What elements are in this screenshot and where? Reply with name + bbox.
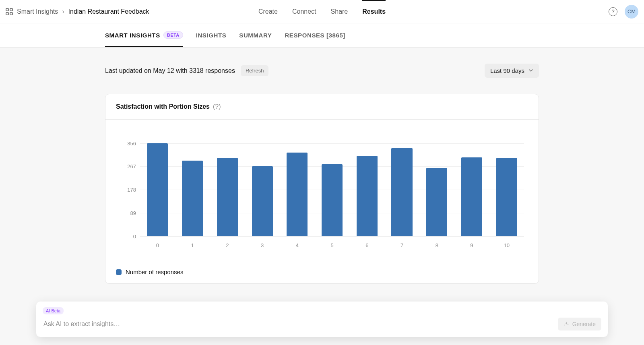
breadcrumb: Smart Insights › Indian Restaurant Feedb… <box>6 8 149 15</box>
x-axis-tick: 9 <box>454 242 489 248</box>
date-range-label: Last 90 days <box>490 67 524 74</box>
bar[interactable] <box>287 153 308 236</box>
last-updated-text: Last updated on May 12 with 3318 respons… <box>105 67 235 74</box>
legend-swatch <box>116 269 122 275</box>
bar-slot: 2 <box>210 132 245 236</box>
nav-share[interactable]: Share <box>331 1 348 23</box>
bar-slot: 9 <box>454 132 489 236</box>
bars-container: 012345678910 <box>140 132 524 236</box>
bar-chart: 089178267356012345678910 <box>116 132 528 252</box>
refresh-button[interactable]: Refresh <box>241 65 269 76</box>
bar-slot: 5 <box>315 132 350 236</box>
bar-slot: 4 <box>280 132 315 236</box>
help-icon[interactable]: ? <box>609 7 617 16</box>
x-axis-tick: 8 <box>419 242 454 248</box>
bar[interactable] <box>182 161 203 237</box>
bar[interactable] <box>217 158 238 236</box>
bar[interactable] <box>322 164 343 236</box>
tab-responses[interactable]: RESPONSES [3865] <box>285 23 345 47</box>
topbar: Smart Insights › Indian Restaurant Feedb… <box>0 0 644 23</box>
primary-nav: Create Connect Share Results <box>258 1 386 23</box>
legend-label: Number of responses <box>126 269 183 275</box>
tab-smart-insights[interactable]: SMART INSIGHTS BETA <box>105 23 183 47</box>
content: Last updated on May 12 with 3318 respons… <box>105 48 539 340</box>
bar-slot: 6 <box>349 132 384 236</box>
bar[interactable] <box>426 168 447 236</box>
x-axis-tick: 1 <box>175 242 210 248</box>
bar[interactable] <box>461 157 482 236</box>
breadcrumb-root[interactable]: Smart Insights <box>17 8 58 15</box>
svg-rect-1 <box>10 8 12 11</box>
avatar[interactable]: CM <box>625 5 638 19</box>
bar[interactable] <box>391 148 412 236</box>
status-row: Last updated on May 12 with 3318 respons… <box>105 64 539 78</box>
chart-card: Satisfaction with Portion Sizes (?) 0891… <box>105 94 539 284</box>
chevron-down-icon <box>528 67 533 74</box>
bar-slot: 0 <box>140 132 175 236</box>
svg-rect-3 <box>10 12 12 15</box>
x-axis-tick: 6 <box>349 242 384 248</box>
bar-slot: 8 <box>419 132 454 236</box>
y-axis-tick: 0 <box>118 233 136 240</box>
tab-insights[interactable]: INSIGHTS <box>196 23 227 47</box>
y-axis-tick: 178 <box>118 187 136 193</box>
grid-line <box>140 236 524 237</box>
x-axis-tick: 4 <box>280 242 315 248</box>
subtabs: SMART INSIGHTS BETA INSIGHTS SUMMARY RES… <box>0 23 644 48</box>
x-axis-tick: 7 <box>384 242 419 248</box>
ai-prompt-input[interactable] <box>43 320 551 328</box>
nav-connect[interactable]: Connect <box>292 1 316 23</box>
x-axis-tick: 5 <box>315 242 350 248</box>
tab-label: INSIGHTS <box>196 32 227 39</box>
date-range-select[interactable]: Last 90 days <box>485 64 539 78</box>
nav-create[interactable]: Create <box>258 1 278 23</box>
sparkle-icon <box>564 321 569 327</box>
chart-title: Satisfaction with Portion Sizes <box>116 103 210 110</box>
chart-help-icon[interactable]: (?) <box>213 103 221 110</box>
svg-rect-0 <box>6 8 8 11</box>
bar[interactable] <box>357 156 378 236</box>
x-axis-tick: 0 <box>140 242 175 248</box>
beta-badge: BETA <box>163 31 183 39</box>
bar-slot: 3 <box>245 132 280 236</box>
chart-wrap: 089178267356012345678910 Number of respo… <box>105 120 539 283</box>
bar[interactable] <box>147 143 168 236</box>
y-axis-tick: 356 <box>118 140 136 146</box>
tab-label: RESPONSES [3865] <box>285 32 345 39</box>
generate-button[interactable]: Generate <box>558 318 601 331</box>
generate-label: Generate <box>572 321 596 327</box>
chart-legend: Number of responses <box>116 269 528 275</box>
x-axis-tick: 10 <box>489 242 524 248</box>
nav-results[interactable]: Results <box>362 0 386 23</box>
bar[interactable] <box>252 166 273 236</box>
tab-label: SUMMARY <box>239 32 272 39</box>
y-axis-tick: 267 <box>118 163 136 169</box>
ai-prompt-bar: AI Beta Generate <box>36 302 608 337</box>
x-axis-tick: 3 <box>245 242 280 248</box>
bar[interactable] <box>496 158 517 236</box>
tab-summary[interactable]: SUMMARY <box>239 23 272 47</box>
svg-rect-2 <box>6 12 8 15</box>
bar-slot: 10 <box>489 132 524 236</box>
ai-beta-badge: AI Beta <box>43 307 64 314</box>
topbar-right: ? CM <box>609 5 638 19</box>
breadcrumb-current: Indian Restaurant Feedback <box>68 8 149 15</box>
apps-grid-icon[interactable] <box>6 8 13 15</box>
tab-label: SMART INSIGHTS <box>105 32 160 39</box>
x-axis-tick: 2 <box>210 242 245 248</box>
chart-card-header: Satisfaction with Portion Sizes (?) <box>105 94 539 120</box>
chevron-right-icon: › <box>62 8 64 15</box>
bar-slot: 1 <box>175 132 210 236</box>
bar-slot: 7 <box>384 132 419 236</box>
y-axis-tick: 89 <box>118 210 136 216</box>
